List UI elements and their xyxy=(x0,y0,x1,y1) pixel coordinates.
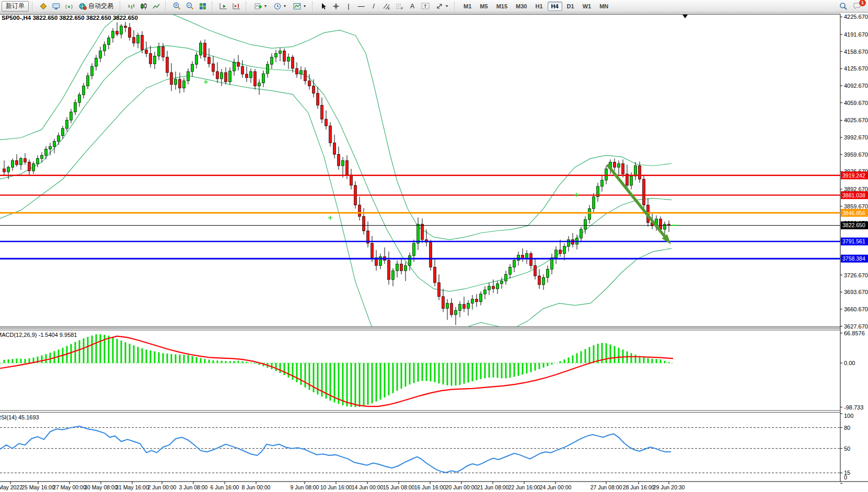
candle-down xyxy=(208,57,211,64)
price-tick-label: 4025.670 xyxy=(844,117,868,123)
chart-region[interactable]: 4225.6704191.6704158.6704125.6704092.670… xyxy=(0,0,868,492)
bollinger-upper-band xyxy=(0,8,672,240)
candle-up xyxy=(618,163,620,167)
price-tick-label: 4191.670 xyxy=(844,31,868,38)
candle-chart-button[interactable] xyxy=(138,1,149,11)
macd-label: MACD(12,26,9) -1.5404 9.9581 xyxy=(0,332,77,338)
candle-up xyxy=(175,79,177,85)
crosshair-icon xyxy=(332,3,340,10)
zoom-out-button[interactable] xyxy=(184,1,196,11)
timeframe-mn[interactable]: MN xyxy=(596,2,612,11)
price-tick-label: 4125.670 xyxy=(844,65,868,72)
candle-down xyxy=(246,74,248,78)
add-indicator-icon xyxy=(254,3,262,10)
autotrading-button[interactable]: 自动交易 xyxy=(76,1,117,11)
search-button[interactable] xyxy=(837,1,850,11)
candle-up xyxy=(70,112,73,120)
candle-up xyxy=(258,83,261,86)
candle-up xyxy=(7,167,10,172)
chart-shift-marker[interactable] xyxy=(682,15,688,18)
signals-button[interactable] xyxy=(63,1,75,11)
dropdown-caret-icon: ▾ xyxy=(284,4,286,8)
candle-up xyxy=(484,290,487,294)
toolbar-right-group: 1 xyxy=(837,1,864,11)
templates-button[interactable]: ▾ xyxy=(290,1,309,11)
cursor-button[interactable] xyxy=(318,1,329,11)
candle-down xyxy=(476,299,478,302)
equidistant-channel-button[interactable]: E xyxy=(380,1,392,11)
autotrading-globe-icon xyxy=(79,3,87,10)
candle-up xyxy=(471,299,474,303)
candle-up xyxy=(41,155,43,158)
candle-down xyxy=(170,73,173,85)
date-label: 29 Jun 20:30 xyxy=(653,484,685,490)
tile-windows-button[interactable] xyxy=(197,1,209,11)
chart-canvas[interactable]: 4225.6704191.6704158.6704125.6704092.670… xyxy=(0,0,868,492)
chart-annotations[interactable] xyxy=(204,15,688,244)
add-indicator-button[interactable]: ▾ xyxy=(251,1,270,11)
rsi-axis-label: 0 xyxy=(844,474,847,481)
candle-up xyxy=(593,197,595,209)
notifications-button[interactable]: 1 xyxy=(851,1,863,11)
candle-down xyxy=(313,86,315,93)
tile-windows-icon xyxy=(199,3,206,10)
dropdown-caret-icon: ▾ xyxy=(264,4,267,8)
price-tick-label: 3627.670 xyxy=(844,323,868,330)
chart-title-group: SP500-,H4 3822.650 3822.650 3822.650 382… xyxy=(2,15,138,21)
candle-down xyxy=(204,43,206,57)
date-label: 6 Jun 16:00 xyxy=(211,484,239,490)
svg-text:E: E xyxy=(388,7,390,10)
candle-down xyxy=(325,119,328,126)
candle-down xyxy=(296,68,298,74)
trendline-button[interactable]: / xyxy=(368,1,379,11)
date-label: 9 Jun 08:00 xyxy=(291,484,319,490)
timeframe-d1[interactable]: D1 xyxy=(563,2,578,11)
price-tick-label: 4092.670 xyxy=(844,83,868,89)
candle-up xyxy=(66,120,68,128)
candle-down xyxy=(538,276,541,285)
candle-down xyxy=(622,163,624,174)
terminal-button[interactable] xyxy=(50,1,62,11)
periods-button[interactable]: ▾ xyxy=(271,1,289,11)
candle-up xyxy=(221,73,223,79)
crosshair-button[interactable] xyxy=(330,1,342,11)
timeframe-h1[interactable]: H1 xyxy=(531,2,546,11)
candle-up xyxy=(262,74,265,83)
timeframe-w1[interactable]: W1 xyxy=(579,2,595,11)
price-tick-label: 3859.670 xyxy=(844,203,868,209)
line-chart-button[interactable] xyxy=(151,1,162,11)
candle-up xyxy=(404,265,407,271)
bar-chart-button[interactable] xyxy=(125,1,137,11)
candle-down xyxy=(333,143,336,155)
candle-up xyxy=(154,56,156,64)
auto-scroll-button[interactable] xyxy=(217,1,229,11)
chart-shift-button[interactable] xyxy=(230,1,242,11)
timeframe-h4[interactable]: H4 xyxy=(548,2,562,11)
macd-panel: MACD(12,26,9) -1.5404 9.958166.85760.00-… xyxy=(0,330,865,411)
new-order-button[interactable]: 新订单 xyxy=(2,1,29,11)
fibonacci-button[interactable]: F xyxy=(394,1,406,11)
vertical-line-button[interactable]: | xyxy=(343,1,354,11)
timeframe-m15[interactable]: M15 xyxy=(493,2,511,11)
candle-up xyxy=(568,240,570,247)
metaeditor-button[interactable] xyxy=(38,1,49,11)
candle-up xyxy=(49,147,52,149)
candle-up xyxy=(488,286,491,290)
price-tick-label: 3726.670 xyxy=(844,272,868,278)
text-label-button[interactable]: T xyxy=(419,1,432,11)
toolbar: 新订单 自动交易 xyxy=(0,0,868,13)
timeframe-m1[interactable]: M1 xyxy=(460,2,475,11)
channel-icon: E xyxy=(383,3,390,10)
candle-down xyxy=(450,303,453,315)
zoom-out-icon xyxy=(186,2,194,10)
bollinger-middle-band xyxy=(0,45,672,291)
horizontal-price-lines[interactable] xyxy=(0,175,840,259)
horizontal-line-button[interactable]: — xyxy=(355,1,367,11)
timeframe-m30[interactable]: M30 xyxy=(512,2,530,11)
candle-up xyxy=(555,250,558,258)
zoom-in-button[interactable] xyxy=(171,1,183,11)
timeframe-m5[interactable]: M5 xyxy=(476,2,491,11)
candle-down xyxy=(254,72,257,86)
text-button[interactable]: A xyxy=(407,1,418,11)
arrows-tool-button[interactable]: ▾ xyxy=(433,1,451,11)
